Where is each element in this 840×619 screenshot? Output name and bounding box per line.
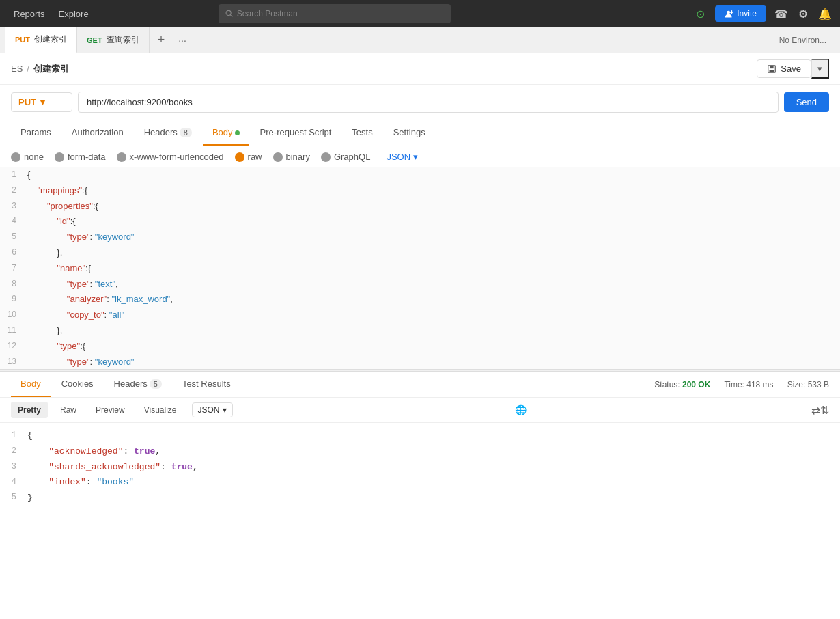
svg-point-1 [727, 10, 731, 14]
code-line: 10 "copy_to": "all" [0, 307, 840, 323]
search-icon [225, 10, 233, 18]
request-tabs: ParamsAuthorizationHeaders8BodyPre-reque… [0, 120, 840, 146]
line-number: 9 [0, 292, 27, 305]
json-brace: }, [27, 325, 62, 335]
req-tab-params[interactable]: Params [11, 120, 61, 146]
radio-raw [235, 152, 244, 162]
json-string-value: "all" [109, 310, 124, 320]
resp-code-line: 1{ [0, 428, 840, 444]
resp-json-bool: true [171, 462, 193, 472]
breadcrumb-bar: ES / 创建索引 Save ▾ [0, 53, 840, 85]
nav-reports[interactable]: Reports [8, 6, 51, 22]
line-content: }, [27, 324, 840, 338]
resp-tab-cookies[interactable]: Cookies [52, 372, 103, 397]
tabs-bar: PUT 创建索引 GET 查询索引 + ··· No Environ... [0, 27, 840, 53]
status-label: Status: 200 OK [654, 380, 710, 389]
json-string-value: "keyword" [95, 357, 135, 367]
req-tab-body[interactable]: Body [203, 120, 249, 146]
fmt-tab-pretty[interactable]: Pretty [11, 402, 48, 418]
radio-binary [273, 152, 283, 162]
resp-line-content: "acknowledged": true, [27, 445, 840, 459]
tab-add-button[interactable]: + [150, 33, 173, 47]
code-line: 1{ [0, 167, 840, 183]
save-icon [767, 64, 776, 74]
response-format-selector[interactable]: JSON▾ [192, 402, 233, 417]
req-tab-pre-request-script[interactable]: Pre-request Script [251, 120, 341, 146]
body-type-raw[interactable]: raw [235, 152, 262, 162]
fmt-tab-visualize[interactable]: Visualize [137, 402, 184, 418]
resp-code-line: 2 "acknowledged": true, [0, 444, 840, 460]
body-type-urlencoded[interactable]: x-www-form-urlencoded [117, 152, 224, 162]
body-type-graphql[interactable]: GraphQL [321, 152, 370, 162]
json-brace: }, [27, 247, 62, 258]
phone-icon[interactable]: ☎ [774, 7, 788, 20]
resp-line-number: 2 [0, 445, 27, 458]
send-button[interactable]: Send [784, 92, 829, 112]
word-wrap-icon[interactable]: ⇄⇅ [811, 404, 829, 417]
req-tab-tests[interactable]: Tests [342, 120, 382, 146]
status-value: 200 OK [682, 380, 710, 389]
svg-rect-3 [770, 65, 774, 68]
resp-tab-headers[interactable]: Headers5 [104, 372, 171, 397]
tab-more-button[interactable]: ··· [173, 35, 192, 46]
line-number: 4 [0, 215, 27, 228]
bell-icon[interactable]: 🔔 [818, 7, 832, 20]
breadcrumb-sep: / [27, 64, 29, 74]
resp-line-content: "index": "books" [27, 476, 840, 490]
invite-button[interactable]: Invite [715, 5, 766, 22]
body-type-none[interactable]: none [11, 152, 44, 162]
resp-json-bool: true [134, 446, 155, 456]
env-selector[interactable]: No Environ... [771, 36, 835, 45]
json-key: "type" [67, 279, 90, 289]
tab-get-query[interactable]: GET 查询索引 [77, 27, 150, 53]
response-section: BodyCookiesHeaders5Test Results Status: … [0, 372, 840, 619]
save-button[interactable]: Save [757, 59, 811, 78]
req-tab-settings[interactable]: Settings [384, 120, 435, 146]
req-tab-headers[interactable]: Headers8 [135, 120, 201, 146]
tab-put-create[interactable]: PUT 创建索引 [5, 27, 77, 53]
response-tabs-bar: BodyCookiesHeaders5Test Results Status: … [0, 372, 840, 398]
resp-code-line: 3 "shards_acknowledged": true, [0, 460, 840, 476]
format-dropdown-icon: ▾ [223, 405, 227, 415]
code-line: 3 "properties":{ [0, 199, 840, 215]
json-type-selector[interactable]: JSON ▾ [387, 152, 418, 162]
json-key: "name" [57, 263, 85, 273]
search-input[interactable] [237, 9, 444, 18]
fmt-tab-preview[interactable]: Preview [89, 402, 132, 418]
search-bar[interactable] [219, 4, 451, 23]
json-key: "type" [67, 357, 90, 367]
resp-tab-body[interactable]: Body [11, 372, 51, 397]
time-label: Time: 418 ms [724, 380, 773, 389]
line-content: "mappings":{ [27, 184, 840, 198]
body-type-binary[interactable]: binary [273, 152, 310, 162]
code-line: 2 "mappings":{ [0, 183, 840, 199]
json-key: "mappings" [37, 185, 82, 195]
fmt-tab-raw[interactable]: Raw [53, 402, 83, 418]
line-number: 5 [0, 230, 27, 243]
line-content: "analyzer": "ik_max_word", [27, 292, 840, 307]
nav-explore[interactable]: Explore [53, 6, 94, 22]
save-dropdown-button[interactable]: ▾ [811, 59, 829, 79]
radio-urlencoded [117, 152, 126, 162]
nav-left: Reports Explore [8, 6, 94, 22]
resp-line-number: 3 [0, 460, 27, 473]
user-plus-icon [725, 10, 733, 18]
settings-icon[interactable]: ⚙ [796, 7, 810, 20]
body-type-formdata[interactable]: form-data [55, 152, 106, 162]
resp-code-line: 5} [0, 491, 840, 506]
resp-line-number: 4 [0, 476, 27, 489]
line-number: 3 [0, 200, 27, 212]
resp-tab-test results[interactable]: Test Results [173, 372, 240, 397]
line-number: 12 [0, 340, 27, 353]
breadcrumb-parent: ES [11, 64, 23, 74]
sync-icon[interactable]: ⊙ [693, 7, 707, 20]
method-select[interactable]: PUT ▾ [11, 92, 72, 112]
line-number: 2 [0, 184, 27, 197]
nav-right: ⊙ Invite ☎ ⚙ 🔔 [693, 5, 832, 22]
resp-json-key: "shards_acknowledged" [48, 462, 160, 472]
top-navigation: Reports Explore ⊙ Invite ☎ ⚙ 🔔 [0, 0, 840, 27]
url-input[interactable] [78, 92, 779, 113]
line-content: "name":{ [27, 262, 840, 276]
req-tab-authorization[interactable]: Authorization [62, 120, 133, 146]
tab-label-create: 创建索引 [34, 33, 67, 45]
